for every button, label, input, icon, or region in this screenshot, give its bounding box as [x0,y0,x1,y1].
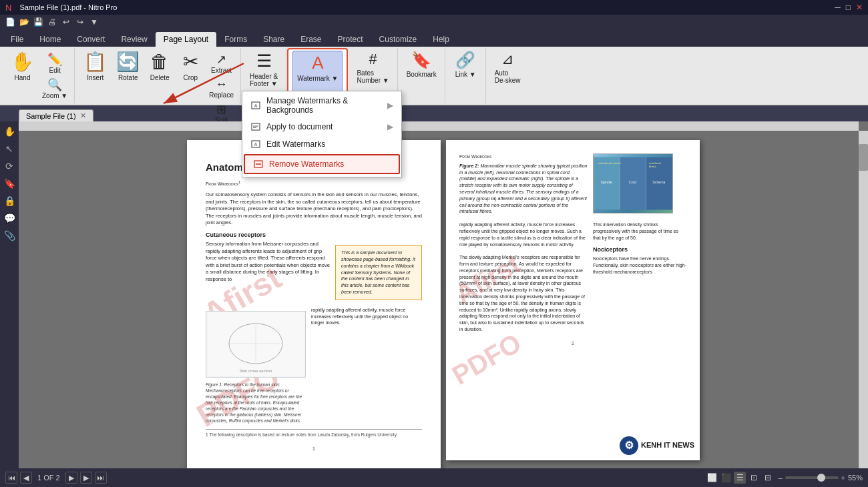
edit-watermarks-icon: A [250,139,261,149]
tab-help[interactable]: Help [425,32,457,47]
dropdown-edit-watermarks[interactable]: A Edit Watermarks [242,135,401,153]
sidebar-lock-icon[interactable]: 🔒 [2,193,17,208]
watermark-button[interactable]: A Watermark ▼ [292,51,343,96]
tab-customize[interactable]: Customize [371,32,425,47]
open-icon[interactable]: 📂 [18,16,30,28]
svg-text:intrafusal: intrafusal [649,161,661,165]
zoom-thumb[interactable] [817,474,825,482]
zoom-in-button[interactable]: + [841,474,845,482]
manage-watermarks-arrow: ▶ [387,101,393,110]
status-bar: ⏮ ◀ 1 OF 2 ▶ ▶ ⏭ ⬜ ⬛ ☰ ⊡ ⊟ – + 55% [0,468,868,487]
tab-file[interactable]: File [3,32,31,47]
minimize-button[interactable]: ─ [835,3,841,12]
first-page-button[interactable]: ⏮ [5,472,17,484]
pdf-page-1: Afirst PDFO Anatomy of the Somatosensory… [187,140,441,468]
save-icon[interactable]: 💾 [32,16,44,28]
maximize-button[interactable]: □ [846,3,851,12]
link-label: Link ▼ [455,71,476,78]
horizontal-scrollbar[interactable] [19,121,859,131]
zoom-label: Zoom ▼ [42,92,67,99]
rotate-button[interactable]: 🔄 Rotate [112,49,144,95]
header-footer-icon: ☰ [256,51,272,71]
split-icon: ⊞ [216,102,226,117]
header-footer-button[interactable]: ☰ Header &Footer ▼ [246,49,282,95]
svg-rect-19 [252,123,260,130]
tools-buttons: ✋ Hand ✏️ Edit 🔍 Zoom ▼ [7,49,70,101]
link-button[interactable]: 🔗 Link ▼ [451,49,480,95]
continuous-view-icon[interactable]: ☰ [734,472,746,484]
zoom-slider[interactable] [785,476,839,479]
qat-customize-icon[interactable]: ▼ [88,16,100,28]
ribbon-tabs: File Home Convert Review Page Layout For… [0,29,868,47]
hand-icon: ✋ [11,51,34,73]
page1-section1: Cutaneous receptors [206,231,422,239]
remove-watermarks-label: Remove Watermarks [269,159,391,169]
tab-review[interactable]: Review [113,32,155,47]
hand-button[interactable]: ✋ Hand [7,49,38,95]
redo-icon[interactable]: ↪ [74,16,86,28]
tab-forms[interactable]: Forms [216,32,255,47]
zoom-out-button[interactable]: – [778,474,782,482]
extract-label: Extract [211,67,232,74]
prev-page-button[interactable]: ◀ [20,472,32,484]
close-button[interactable]: ✕ [856,3,863,12]
ribbon-group-pages: 📋 Insert 🔄 Rotate 🗑 Delete ✂ Crop ↗ Extr… [75,48,241,103]
dropdown-manage-watermarks[interactable]: A Manage Watermarks & Backgrounds ▶ [242,93,401,118]
auto-deskew-label: AutoDe-skew [495,69,521,84]
sidebar-comment-icon[interactable]: 💬 [2,211,17,225]
play-button[interactable]: ▶ [65,472,77,484]
sidebar-select-icon[interactable]: ↖ [2,141,17,156]
fit-page-view-icon[interactable]: ⊟ [762,472,774,484]
zoom-button[interactable]: 🔍 Zoom ▼ [39,76,70,101]
sidebar-hand-icon[interactable]: ✋ [2,124,17,139]
insert-button[interactable]: 📋 Insert [79,49,111,95]
extract-button[interactable]: ↗ Extract [206,51,236,75]
watermark-label: Watermark ▼ [297,75,338,82]
edit-watermarks-label: Edit Watermarks [266,139,393,149]
auto-deskew-icon: ⊿ [501,51,513,68]
status-bar-right: ⬜ ⬛ ☰ ⊡ ⊟ – + 55% [706,472,863,484]
sidebar-rotate-icon[interactable]: ⟳ [2,159,17,173]
next-page-button[interactable]: ▶ [80,472,92,484]
tab-share[interactable]: Share [255,32,292,47]
crop-button[interactable]: ✂ Crop [176,49,205,95]
bookmark-label: Bookmark [407,71,437,78]
view-mode-icons: ⬜ ⬛ ☰ ⊡ ⊟ [706,472,774,484]
two-page-view-icon[interactable]: ⬛ [720,472,732,484]
undo-icon[interactable]: ↩ [60,16,72,28]
fit-width-view-icon[interactable]: ⊡ [748,472,760,484]
page2-body4: The slowly adapting Merkel's receptors a… [459,254,588,333]
auto-deskew-button[interactable]: ⊿ AutoDe-skew [491,49,525,95]
dropdown-remove-watermarks[interactable]: Remove Watermarks [244,154,400,174]
tab-erase[interactable]: Erase [292,32,329,47]
tab-protect[interactable]: Protect [330,32,371,47]
watermark-icon: A [312,53,323,73]
bates-button[interactable]: # BatesNumber ▼ [353,49,393,95]
tab-convert[interactable]: Convert [69,32,113,47]
vertical-scrollbar[interactable] [859,131,868,468]
page2-body-right: This innervation density shrinks progres… [593,221,686,241]
pdf-page-2: Afirst PDFO From Wikibooks Figure 2: Mam… [446,140,700,460]
bookmark-button[interactable]: 🔖 Bookmark [403,49,441,95]
page2-figure2-caption: Mammalian muscle spindle showing typical… [459,163,587,214]
ribbon-group-bookmark: 🔖 Bookmark [399,48,445,103]
single-page-view-icon[interactable]: ⬜ [706,472,718,484]
svg-text:A: A [254,142,258,147]
last-page-button[interactable]: ⏭ [95,472,107,484]
scrollbar-thumb[interactable] [859,144,868,171]
sidebar-attachment-icon[interactable]: 📎 [2,228,17,243]
edit-button[interactable]: ✏️ Edit [39,51,70,75]
tab-pagelayout[interactable]: Page Layout [156,32,216,47]
print-icon[interactable]: 🖨 [46,16,58,28]
delete-button[interactable]: 🗑 Delete [145,49,174,95]
logo-circle: ⚙ [620,436,638,455]
tab-home[interactable]: Home [31,32,69,47]
sidebar-bookmark-icon[interactable]: 🔖 [2,176,17,191]
zoom-level: 55% [848,474,863,482]
page2-figure2: Figure 2: Mammalian muscle spindle showi… [459,163,588,215]
replace-button[interactable]: ↔ Replace [206,76,236,100]
dropdown-apply-document[interactable]: Apply to document ▶ [242,118,401,135]
new-icon[interactable]: 📄 [4,16,16,28]
title-bar-controls[interactable]: ─ □ ✕ [835,3,863,12]
header-footer-label: Header &Footer ▼ [250,73,278,87]
